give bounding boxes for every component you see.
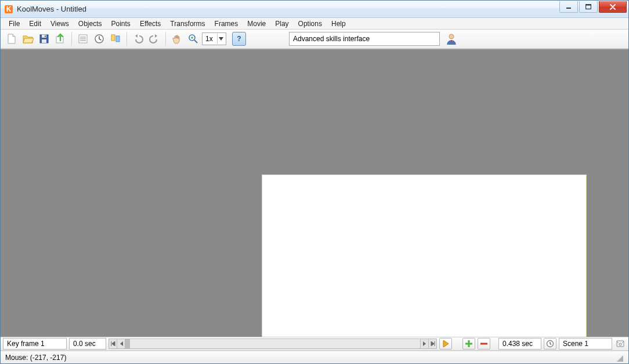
toolbar: 1x ? Advanced skills interface <box>1 30 628 49</box>
toolbar-separator <box>126 32 127 46</box>
zoom-level-select[interactable]: 1x <box>202 32 226 45</box>
window-title: KoolMoves - Untitled <box>17 5 559 13</box>
mouse-position: Mouse: (-217, -217) <box>5 354 66 362</box>
scene-field[interactable]: Scene 1 <box>559 338 612 350</box>
svg-rect-8 <box>45 35 46 37</box>
window-buttons <box>559 1 628 17</box>
svg-rect-2 <box>566 8 571 9</box>
menu-movie[interactable]: Movie <box>243 19 270 28</box>
keyframe-label: Key frame 1 <box>7 340 45 348</box>
history-button[interactable] <box>92 31 107 46</box>
timeline-scrollbar[interactable] <box>109 338 437 349</box>
menu-options[interactable]: Options <box>294 19 327 28</box>
svg-rect-16 <box>116 36 120 42</box>
minimize-button[interactable] <box>559 1 578 13</box>
svg-point-28 <box>619 343 621 345</box>
app-icon: K <box>4 5 13 14</box>
scene-label: Scene 1 <box>563 340 588 348</box>
menu-play[interactable]: Play <box>270 19 293 28</box>
svg-rect-25 <box>480 343 487 345</box>
menu-effects[interactable]: Effects <box>135 19 165 28</box>
help-button[interactable]: ? <box>232 32 246 46</box>
zoom-tool-button[interactable] <box>186 31 201 46</box>
timeline-next-icon[interactable] <box>420 339 428 348</box>
timing-button[interactable] <box>544 338 556 350</box>
stage[interactable] <box>262 174 587 337</box>
interface-mode-value: Advanced skills interface <box>293 35 370 43</box>
timeline-first-icon[interactable] <box>109 339 117 348</box>
maximize-button[interactable] <box>579 1 598 13</box>
redo-button[interactable] <box>147 31 162 46</box>
titlebar: K KoolMoves - Untitled <box>1 1 628 18</box>
menu-transforms[interactable]: Transforms <box>165 19 209 28</box>
duration-field[interactable]: 0.438 sec <box>498 338 541 350</box>
timeline-handle[interactable] <box>125 339 130 348</box>
properties-button[interactable] <box>75 31 91 46</box>
menu-frames[interactable]: Frames <box>210 19 243 28</box>
scene-manager-button[interactable] <box>614 338 626 350</box>
svg-rect-22 <box>451 40 452 43</box>
remove-frame-button[interactable] <box>478 338 490 350</box>
menu-objects[interactable]: Objects <box>74 19 107 28</box>
open-file-button[interactable] <box>20 31 35 46</box>
svg-line-18 <box>194 40 197 43</box>
save-button[interactable] <box>37 31 52 46</box>
time-field[interactable]: 0.0 sec <box>69 338 106 350</box>
status-bar: Mouse: (-217, -217) <box>1 351 628 363</box>
canvas-area[interactable] <box>1 49 628 337</box>
timeline-prev-icon[interactable] <box>117 339 125 348</box>
timeline-track[interactable] <box>125 339 420 348</box>
timeline-last-icon[interactable] <box>428 339 436 348</box>
undo-button[interactable] <box>131 31 146 46</box>
menu-edit[interactable]: Edit <box>24 19 46 28</box>
toolbar-separator <box>71 32 72 46</box>
interface-mode-field[interactable]: Advanced skills interface <box>289 32 440 46</box>
layers-button[interactable] <box>108 31 123 46</box>
svg-point-21 <box>449 34 454 39</box>
menu-file[interactable]: File <box>4 19 24 28</box>
close-button[interactable] <box>599 1 627 13</box>
menu-points[interactable]: Points <box>107 19 135 28</box>
svg-rect-15 <box>111 35 115 41</box>
dropdown-arrow-icon <box>217 34 225 44</box>
play-button[interactable] <box>439 338 452 350</box>
keyframe-field[interactable]: Key frame 1 <box>3 338 67 350</box>
menu-bar: File Edit Views Objects Points Effects T… <box>1 18 628 30</box>
svg-rect-24 <box>465 343 472 345</box>
user-icon[interactable] <box>444 32 458 46</box>
time-label: 0.0 sec <box>73 340 96 348</box>
export-button[interactable] <box>53 31 68 46</box>
zoom-value: 1x <box>205 35 217 43</box>
duration-label: 0.438 sec <box>503 340 533 348</box>
help-label: ? <box>237 35 241 43</box>
toolbar-separator <box>165 32 166 46</box>
timeline-bar: Key frame 1 0.0 sec 0.438 sec <box>1 337 628 351</box>
resize-grip-icon[interactable] <box>614 353 624 362</box>
add-frame-button[interactable] <box>462 338 475 350</box>
svg-rect-4 <box>586 4 591 5</box>
hand-tool-button[interactable] <box>169 31 185 46</box>
menu-views[interactable]: Views <box>46 19 74 28</box>
app-window: K KoolMoves - Untitled File Edit Views O… <box>0 0 629 364</box>
svg-rect-7 <box>42 39 46 43</box>
menu-help[interactable]: Help <box>327 19 350 28</box>
new-file-button[interactable] <box>4 31 19 46</box>
svg-text:K: K <box>6 5 12 13</box>
